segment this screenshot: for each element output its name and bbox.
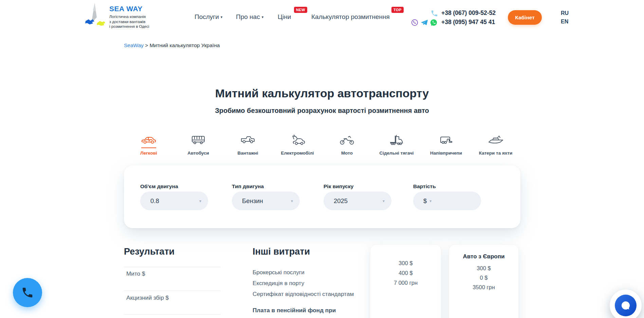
results-title: Результати (124, 246, 174, 257)
chevron-down-icon: ▾ (221, 15, 223, 19)
nav-about[interactable]: Про нас▾ (236, 13, 263, 21)
tab-semi-trucks[interactable]: Сідельні тягачі (372, 133, 421, 156)
active-tab-underline (141, 147, 156, 148)
price-label: Вартість (413, 183, 436, 190)
result-excise: Акцизний збір $ (126, 294, 169, 301)
price-value: 7 000 грн (370, 278, 441, 288)
tab-moto[interactable]: Мото (322, 133, 372, 156)
price-value: 300 $ (449, 263, 518, 273)
header: SEA WAY Логістична компанія з доставки в… (0, 0, 644, 36)
expenses-price-card: 300 $ 400 $ 7 000 грн (370, 244, 441, 318)
semi-truck-icon (388, 133, 405, 146)
vehicle-type-tabs: Легкові Автобуси (124, 133, 520, 156)
semi-trailer-icon (438, 133, 454, 146)
tab-boats-yachts[interactable]: Катери та яхти (471, 133, 520, 156)
tab-semi-trailers[interactable]: Напівпричепи (421, 133, 471, 156)
bus-icon (190, 133, 206, 146)
price-value: 3500 грн (449, 282, 518, 292)
tab-buses[interactable]: Автобуси (173, 133, 223, 156)
page: SEA WAY Логістична компанія з доставки в… (0, 0, 644, 318)
chevron-down-icon: ▾ (383, 199, 385, 203)
breadcrumb-current: Митний калькулятор Україна (150, 42, 220, 48)
electric-car-icon (289, 133, 306, 146)
page-subtitle: Зробимо безкоштовний розрахунок вартості… (0, 107, 644, 115)
engine-volume-label: Об'єм двигуна (140, 183, 178, 190)
tab-trucks[interactable]: Вантажні (223, 133, 273, 156)
price-value: 300 $ (370, 258, 441, 268)
phone-icon (430, 9, 438, 17)
engine-type-select[interactable]: Бензин ▾ (232, 192, 300, 210)
nav-prices[interactable]: Ціни NEW (278, 13, 291, 21)
calculator-form-card: Об'єм двигуна 0.8 ▾ Тип двигуна Бензин ▾… (124, 165, 520, 228)
nav-customs-calculator[interactable]: Калькулятор розмитнення TOP (311, 13, 390, 21)
result-duty: Мито $ (126, 270, 145, 277)
lang-switch-ru[interactable]: RU (561, 10, 569, 16)
telegram-icon[interactable] (420, 19, 428, 26)
chevron-down-icon: ▾ (429, 199, 431, 203)
nav-services[interactable]: Послуги▾ (195, 13, 222, 21)
motorcycle-icon (339, 133, 355, 146)
expense-certificate: Сертифікат відповідності стандартам (253, 291, 354, 298)
phone-number-1[interactable]: +38 (067) 009-52-52 (441, 9, 496, 17)
europe-card-title: Авто з Європи (449, 245, 518, 260)
tab-cars[interactable]: Легкові (124, 133, 173, 156)
price-input[interactable] (434, 197, 474, 205)
chat-fab-button[interactable] (610, 290, 642, 318)
chat-bubble-icon (620, 299, 632, 312)
expense-broker: Брокерські послуги (253, 269, 305, 276)
viber-icon[interactable] (411, 19, 419, 26)
seaway-logo-icon[interactable] (84, 2, 107, 28)
yacht-icon (487, 133, 504, 146)
expense-port: Експедиція в порту (253, 280, 304, 287)
cabinet-button[interactable]: Кабінет (508, 10, 542, 25)
year-label: Рік випуску (324, 183, 353, 190)
expense-pension-fund: Плата в пенсійний фонд при реєстрації МР… (253, 305, 358, 318)
breadcrumb-home-link[interactable]: SeaWay (124, 42, 144, 48)
chevron-down-icon: ▾ (199, 199, 201, 203)
truck-icon (240, 133, 256, 146)
top-badge: TOP (391, 7, 404, 13)
engine-type-label: Тип двигуна (232, 183, 264, 190)
brand-tagline: Логістична компанія з доставки вантажів … (109, 14, 149, 29)
page-title: Митний калькулятор автотранспорту (0, 87, 644, 100)
engine-volume-select[interactable]: 0.8 ▾ (140, 192, 208, 210)
chat-bubble-circle (615, 295, 637, 316)
divider (124, 314, 221, 315)
tab-electric-cars[interactable]: Електромобілі (273, 133, 322, 156)
divider (124, 291, 221, 291)
divider (124, 267, 221, 267)
new-badge: NEW (294, 7, 307, 13)
price-value: 400 $ (370, 268, 441, 278)
year-select[interactable]: 2025 ▾ (324, 192, 391, 210)
brand-name: SEA WAY (109, 5, 149, 13)
price-value: 0 $ (449, 273, 518, 282)
europe-car-price-card: Авто з Європи 300 $ 0 $ 3500 грн (449, 244, 519, 318)
call-fab-button[interactable] (13, 278, 42, 307)
whatsapp-icon[interactable] (430, 19, 438, 26)
phone-handset-icon (21, 286, 34, 299)
logo[interactable]: SEA WAY Логістична компанія з доставки в… (109, 5, 149, 29)
chevron-down-icon: ▾ (262, 15, 264, 19)
breadcrumb: SeaWay > Митний калькулятор Україна (124, 42, 220, 48)
car-icon (141, 133, 157, 146)
phone-number-2[interactable]: +38 (095) 947 45 41 (441, 19, 495, 26)
currency-select[interactable]: $ ▾ (413, 192, 481, 210)
other-expenses-title: Інші витрати (253, 246, 310, 257)
lang-switch-en[interactable]: EN (561, 19, 568, 25)
chevron-down-icon: ▾ (291, 199, 293, 203)
